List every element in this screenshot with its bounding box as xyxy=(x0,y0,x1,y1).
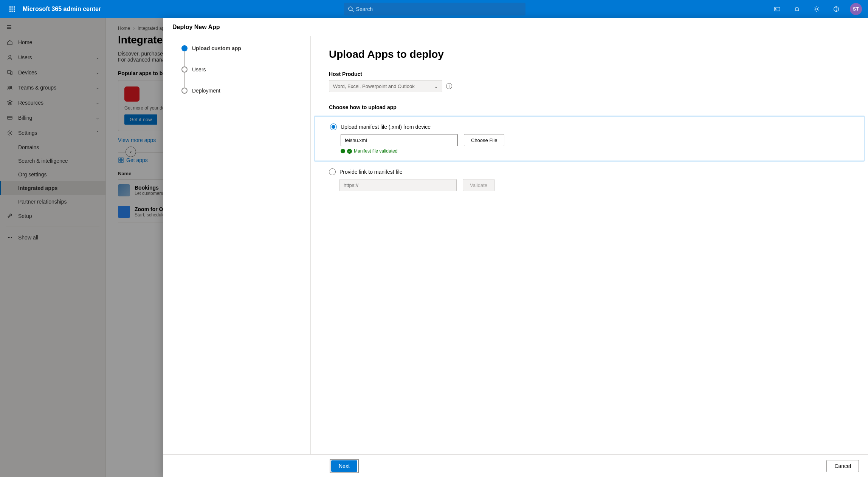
help-icon[interactable] xyxy=(827,0,845,18)
step-indicator-icon xyxy=(181,45,188,51)
svg-rect-2 xyxy=(14,6,15,8)
next-button-focus-ring: Next xyxy=(330,459,359,473)
app-launcher-icon[interactable] xyxy=(3,0,21,18)
radio-provide-link[interactable]: Provide link to manifest file xyxy=(329,168,850,175)
host-product-select: Word, Excel, Powerpoint and Outlook ⌄ xyxy=(329,80,442,92)
search-placeholder: Search xyxy=(356,6,373,12)
wizard-step-deployment[interactable]: Deployment xyxy=(181,88,292,94)
chevron-down-icon: ⌄ xyxy=(434,83,438,89)
svg-point-9 xyxy=(349,7,352,11)
manifest-url-input xyxy=(339,179,457,191)
search-input[interactable]: Search xyxy=(344,3,525,15)
settings-icon[interactable] xyxy=(808,0,826,18)
svg-rect-11 xyxy=(775,7,780,11)
radio-upload-manifest[interactable]: Upload manifest file (.xml) from device xyxy=(330,123,849,130)
svg-rect-3 xyxy=(9,9,11,10)
svg-rect-5 xyxy=(14,9,15,10)
panel-content: Upload Apps to deploy Host Product Word,… xyxy=(311,36,868,454)
step-connector xyxy=(184,51,185,66)
step-indicator-icon xyxy=(181,88,188,94)
validation-message: ✓ Manifest file validated xyxy=(341,148,849,154)
panel-heading: Upload Apps to deploy xyxy=(329,48,850,60)
svg-line-10 xyxy=(352,10,353,12)
next-button[interactable]: Next xyxy=(331,460,357,472)
wizard-step-users[interactable]: Users xyxy=(181,66,292,73)
manifest-filename-input[interactable] xyxy=(341,134,458,146)
top-header: Microsoft 365 admin center Search ST xyxy=(0,0,868,18)
svg-rect-1 xyxy=(12,6,13,8)
checkmark-icon: ✓ xyxy=(347,149,352,154)
wizard-step-upload[interactable]: Upload custom app xyxy=(181,45,292,51)
svg-point-12 xyxy=(816,8,818,10)
cancel-button[interactable]: Cancel xyxy=(826,460,859,472)
upload-manifest-section: Upload manifest file (.xml) from device … xyxy=(314,116,865,162)
brand-title: Microsoft 365 admin center xyxy=(23,6,101,12)
choose-file-button[interactable]: Choose File xyxy=(464,134,504,146)
upload-method-label: Choose how to upload app xyxy=(329,104,850,110)
svg-rect-0 xyxy=(9,6,11,8)
radio-icon xyxy=(330,123,337,130)
svg-rect-7 xyxy=(12,11,13,12)
panel-footer: Next Cancel xyxy=(163,454,868,477)
step-connector xyxy=(184,73,185,88)
info-icon[interactable]: i xyxy=(446,83,452,89)
shell-icon[interactable] xyxy=(768,0,786,18)
wizard-steps: Upload custom app Users Deployment xyxy=(163,36,311,454)
host-product-label: Host Product xyxy=(329,71,850,77)
svg-rect-4 xyxy=(12,9,13,10)
avatar[interactable]: ST xyxy=(850,3,862,15)
panel-title: Deploy New App xyxy=(163,18,868,36)
svg-rect-6 xyxy=(9,11,11,12)
svg-rect-8 xyxy=(14,11,15,12)
notifications-icon[interactable] xyxy=(788,0,806,18)
svg-point-14 xyxy=(836,10,836,11)
radio-icon xyxy=(329,168,336,175)
deploy-app-panel: Deploy New App Upload custom app Users D… xyxy=(163,18,868,477)
validate-button: Validate xyxy=(463,179,494,191)
step-indicator-icon xyxy=(181,66,188,73)
